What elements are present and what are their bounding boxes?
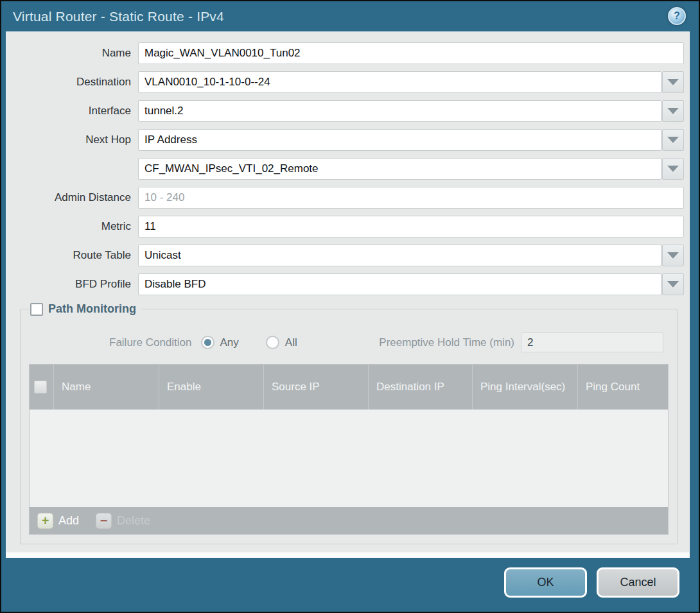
dialog-content: Name Destination Interface bbox=[1, 31, 699, 558]
form-row-name: Name bbox=[6, 42, 684, 64]
path-monitoring-title: Path Monitoring bbox=[48, 302, 136, 316]
metric-input[interactable] bbox=[138, 216, 684, 237]
static-route-dialog: Virtual Router - Static Route - IPv4 ? N… bbox=[0, 0, 700, 613]
path-monitoring-checkbox[interactable] bbox=[30, 303, 43, 316]
delete-button-label: Delete bbox=[117, 514, 150, 528]
ok-button[interactable]: OK bbox=[504, 567, 587, 598]
select-all-checkbox[interactable] bbox=[34, 381, 47, 393]
chevron-down-icon bbox=[667, 281, 679, 288]
minus-icon: − bbox=[96, 513, 112, 529]
table-header-select bbox=[30, 365, 53, 410]
metric-label: Metric bbox=[6, 220, 138, 233]
interface-dropdown-button[interactable] bbox=[662, 100, 684, 122]
add-button[interactable]: + Add bbox=[37, 513, 79, 529]
help-icon[interactable]: ? bbox=[668, 7, 686, 25]
column-header-source-ip[interactable]: Source IP bbox=[263, 365, 368, 410]
next-hop-address-dropdown-button[interactable] bbox=[662, 158, 684, 180]
failure-condition-row: Failure Condition Any All Preemptive Hol… bbox=[29, 332, 669, 352]
preemptive-hold-time-input[interactable] bbox=[521, 332, 663, 352]
form-row-next-hop-address bbox=[6, 158, 684, 180]
route-table-dropdown-button[interactable] bbox=[662, 245, 684, 266]
chevron-down-icon bbox=[667, 252, 679, 259]
name-label: Name bbox=[6, 47, 138, 60]
dialog-footer: OK Cancel bbox=[1, 558, 699, 612]
failure-condition-all-label: All bbox=[285, 336, 297, 349]
route-table-label: Route Table bbox=[6, 249, 138, 262]
column-header-enable[interactable]: Enable bbox=[159, 365, 263, 410]
chevron-down-icon bbox=[667, 108, 679, 114]
failure-condition-label: Failure Condition bbox=[109, 336, 192, 349]
dialog-titlebar: Virtual Router - Static Route - IPv4 ? bbox=[1, 1, 699, 31]
bfd-profile-dropdown-button[interactable] bbox=[662, 273, 684, 295]
form-row-interface: Interface bbox=[6, 100, 684, 122]
path-monitoring-section: Path Monitoring Failure Condition Any Al… bbox=[20, 302, 678, 544]
interface-input[interactable] bbox=[138, 100, 661, 122]
admin-distance-input[interactable] bbox=[138, 187, 684, 209]
path-monitoring-legend: Path Monitoring bbox=[29, 302, 141, 316]
form-row-route-table: Route Table bbox=[6, 245, 684, 266]
path-monitoring-table: Name Enable Source IP Destination IP Pin… bbox=[29, 364, 669, 535]
plus-icon: + bbox=[37, 513, 53, 529]
table-header-row: Name Enable Source IP Destination IP Pin… bbox=[30, 365, 668, 410]
column-header-ping-interval[interactable]: Ping Interval(sec) bbox=[472, 365, 577, 410]
failure-condition-any-radio[interactable] bbox=[201, 336, 214, 349]
next-hop-address-input[interactable] bbox=[138, 158, 661, 180]
admin-distance-label: Admin Distance bbox=[6, 191, 138, 204]
cancel-button[interactable]: Cancel bbox=[597, 567, 679, 598]
next-hop-type-dropdown-button[interactable] bbox=[662, 129, 684, 151]
chevron-down-icon bbox=[667, 79, 679, 85]
destination-input[interactable] bbox=[138, 71, 661, 93]
add-button-label: Add bbox=[58, 514, 79, 528]
column-header-name[interactable]: Name bbox=[53, 365, 159, 410]
form-row-metric: Metric bbox=[6, 216, 684, 237]
name-input[interactable] bbox=[138, 42, 684, 64]
chevron-down-icon bbox=[667, 166, 679, 172]
form-row-bfd-profile: BFD Profile bbox=[6, 273, 684, 295]
table-toolbar: + Add − Delete bbox=[30, 507, 668, 534]
destination-label: Destination bbox=[6, 76, 138, 89]
bfd-profile-input[interactable] bbox=[138, 273, 661, 295]
form-row-destination: Destination bbox=[6, 71, 684, 93]
dialog-title: Virtual Router - Static Route - IPv4 bbox=[13, 9, 224, 24]
footer-separator bbox=[6, 553, 690, 558]
form-row-admin-distance: Admin Distance bbox=[6, 187, 684, 209]
bfd-profile-label: BFD Profile bbox=[6, 278, 138, 291]
failure-condition-any-label: Any bbox=[220, 336, 239, 349]
route-table-input[interactable] bbox=[138, 245, 661, 266]
next-hop-label: Next Hop bbox=[6, 134, 138, 146]
chevron-down-icon bbox=[667, 137, 679, 143]
form-row-next-hop: Next Hop bbox=[6, 129, 684, 151]
delete-button[interactable]: − Delete bbox=[96, 513, 150, 529]
next-hop-type-input[interactable] bbox=[138, 129, 661, 151]
table-body-empty bbox=[30, 410, 668, 507]
column-header-ping-count[interactable]: Ping Count bbox=[577, 365, 668, 410]
column-header-destination-ip[interactable]: Destination IP bbox=[368, 365, 472, 410]
preemptive-hold-time-label: Preemptive Hold Time (min) bbox=[379, 336, 514, 349]
failure-condition-all-radio[interactable] bbox=[266, 336, 279, 349]
interface-label: Interface bbox=[6, 105, 138, 117]
form-panel: Name Destination Interface bbox=[6, 31, 690, 553]
destination-dropdown-button[interactable] bbox=[662, 71, 684, 93]
